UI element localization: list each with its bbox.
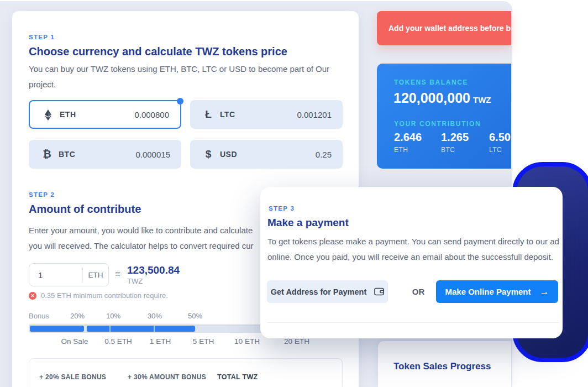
contribution-unit: LTC [489, 146, 511, 154]
tier-label: 20 ETH [284, 337, 309, 346]
currency-tile-ltc[interactable]: Ł LTC 0.001201 [190, 100, 343, 129]
contribution-value: 2.646 [394, 131, 422, 144]
arrow-right-icon: → [540, 286, 549, 297]
payment-card: STEP 3 Make a payment To get tokens plea… [260, 187, 563, 338]
currency-code: ETH [60, 110, 76, 119]
error-icon: ✕ [29, 292, 36, 300]
step1-description-line2: project. [29, 80, 56, 89]
selected-indicator-dot [177, 98, 183, 104]
bar-tick [109, 326, 111, 332]
tokens-balance-amount: 120,000,000TWZ [393, 90, 491, 106]
contribution-value: 1.265 [441, 131, 469, 144]
step2-title: Amount of contribute [29, 203, 141, 216]
step3-description-line1: To get tokens please make a payment. You… [267, 237, 559, 246]
contribution-ltc: 6.500 LTC [489, 131, 511, 154]
amount-unit-label: ETH [83, 271, 108, 279]
currency-rate: 0.000015 [135, 150, 170, 159]
bonus-percent: 20% [70, 312, 85, 320]
make-online-payment-button[interactable]: Make Online Payment → [436, 280, 558, 303]
bonus-label: Bonus [29, 312, 49, 320]
contribution-caption: YOUR CONTRIBUTION [394, 120, 481, 128]
currency-tile-eth[interactable]: ETH 0.000800 [29, 100, 181, 129]
contribution-btc: 1.265 BTC [441, 131, 469, 154]
step2-description-line2: you will received. The calculator helps … [29, 241, 254, 250]
currency-code: USD [220, 150, 237, 159]
tier-label: On Sale [61, 337, 88, 346]
step1-title: Choose currency and calculate TWZ tokens… [29, 45, 287, 58]
bonus-percent: 30% [148, 312, 162, 320]
tier-label: 1 ETH [150, 337, 171, 346]
contribution-eth: 2.646 ETH [394, 131, 422, 154]
get-address-button[interactable]: Get Address for Payment [267, 280, 388, 303]
currency-code: BTC [59, 150, 75, 159]
step3-label: STEP 3 [269, 205, 295, 212]
tokens-balance-card: TOKENS BALANCE 120,000,000TWZ YOUR CONTR… [377, 64, 511, 169]
dollar-icon: $ [201, 148, 216, 160]
bonus-fill-segment [87, 326, 195, 332]
currency-tile-usd[interactable]: $ USD 0.25 [190, 140, 343, 169]
tier-label: 0.5 ETH [104, 337, 132, 346]
app-window: STEP 1 Choose currency and calculate TWZ… [0, 0, 588, 387]
bonus-percent: 10% [106, 312, 120, 320]
step2-description-line1: Enter your amount, you would like to con… [29, 226, 253, 235]
bar-tick [154, 326, 155, 332]
step1-label: STEP 1 [29, 34, 55, 40]
make-online-payment-label: Make Online Payment [445, 287, 531, 296]
sale-bonus-label: + 20% SALE BONUS [39, 373, 106, 381]
bitcoin-icon: ₿ [40, 148, 54, 160]
amount-bonus-label: + 30% AMOUNT BONUS [128, 373, 206, 381]
bonus-percent: 50% [188, 312, 202, 320]
token-sales-progress-title: Token Sales Progress [393, 361, 491, 372]
bonus-fill-segment [30, 326, 84, 332]
step1-description-line1: You can buy our TWZ tokens using ETH, BT… [29, 64, 329, 74]
tokens-balance-caption: TOKENS BALANCE [394, 79, 468, 86]
step2-label: STEP 2 [29, 191, 55, 198]
converted-unit: TWZ [127, 277, 143, 285]
error-text: 0.35 ETH minimum contribution require. [41, 291, 168, 300]
tier-label: 5 ETH [193, 337, 214, 346]
token-sales-progress-card: Token Sales Progress [378, 341, 511, 387]
ethereum-icon [41, 108, 55, 121]
tier-label: 10 ETH [234, 337, 260, 346]
step3-title: Make a payment [267, 217, 349, 229]
currency-rate: 0.25 [316, 150, 332, 159]
wallet-alert-banner: Add your wallet address before bu [377, 11, 511, 45]
contribution-value: 6.500 [489, 131, 511, 144]
bonus-summary-box: + 20% SALE BONUS + 30% AMOUNT BONUS TOTA… [29, 358, 343, 387]
or-separator: OR [412, 287, 425, 296]
balance-number: 120,000,000 [393, 90, 470, 106]
section-divider [267, 322, 559, 323]
amount-input[interactable]: 1 ETH [29, 263, 109, 286]
contribution-unit: ETH [394, 146, 422, 154]
total-twz-label: TOTAL TWZ [217, 373, 258, 381]
step3-description-line2: online. Once you paid, you will receive … [267, 252, 553, 262]
validation-error: ✕ 0.35 ETH minimum contribution require. [29, 291, 168, 300]
currency-code: LTC [220, 110, 235, 119]
amount-value[interactable]: 1 [29, 270, 82, 280]
contribution-unit: BTC [441, 146, 469, 154]
wallet-icon [374, 287, 384, 296]
currency-rate: 0.001201 [297, 110, 332, 119]
currency-tile-btc[interactable]: ₿ BTC 0.000015 [29, 140, 181, 169]
equals-sign: = [115, 269, 120, 280]
currency-rate: 0.000800 [134, 110, 169, 119]
balance-unit: TWZ [473, 95, 491, 104]
litecoin-icon: Ł [201, 108, 216, 121]
alert-text: Add your wallet address before bu [377, 24, 511, 33]
converted-value: 123,500.84 [127, 264, 180, 276]
get-address-label: Get Address for Payment [271, 287, 367, 296]
